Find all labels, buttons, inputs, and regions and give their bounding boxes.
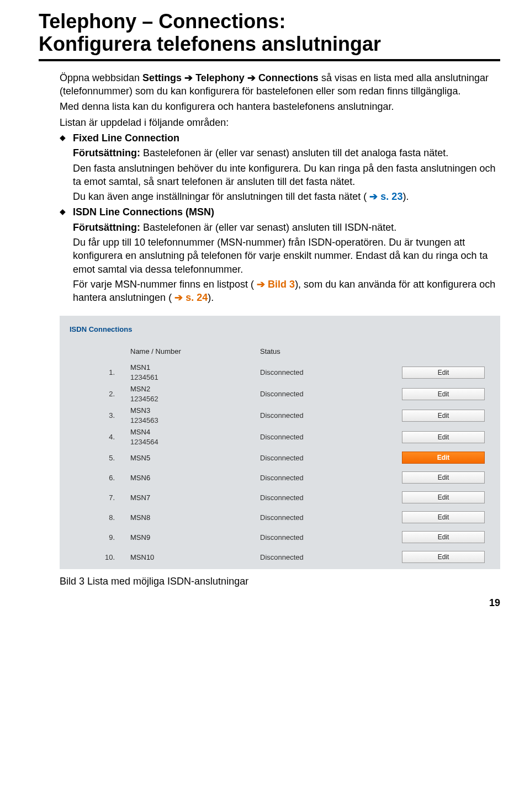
table-row: 5.MSN5DisconnectedEdit xyxy=(70,448,490,468)
isdn-connections-panel: ISDN Connections Name / Number Status 1.… xyxy=(60,316,500,570)
edit-button[interactable]: Edit xyxy=(402,367,485,379)
row-index: 1. xyxy=(70,368,130,378)
precondition-text: Bastelefonen är (eller var senast) anslu… xyxy=(140,222,396,233)
bullet-ref-line: Du kan även ange inställningar för anslu… xyxy=(73,190,500,203)
row-action: Edit xyxy=(402,471,490,484)
row-status: Disconnected xyxy=(260,473,402,483)
table-row: 2.MSN21234562DisconnectedEdit xyxy=(70,383,490,405)
row-action: Edit xyxy=(402,388,490,400)
edit-button[interactable]: Edit xyxy=(402,491,485,503)
row-status: Disconnected xyxy=(260,453,402,463)
bullet-ref-line: För varje MSN-nummer finns en listpost (… xyxy=(73,278,500,305)
msn-number: 1234562 xyxy=(130,394,260,404)
row-action: Edit xyxy=(402,551,490,563)
bullet-precondition: Förutsättning: Bastelefonen är (eller va… xyxy=(73,221,500,234)
row-status: Disconnected xyxy=(260,389,402,399)
row-index: 5. xyxy=(70,453,130,463)
row-index: 3. xyxy=(70,411,130,421)
row-name: MSN21234562 xyxy=(130,384,260,404)
table-row: 6.MSN6DisconnectedEdit xyxy=(70,468,490,487)
text-fragment: ). xyxy=(208,292,214,303)
figure-ref[interactable]: Bild 3 xyxy=(268,279,295,290)
msn-name: MSN2 xyxy=(130,384,260,394)
bullet-title: Fixed Line Connection xyxy=(73,131,500,145)
precondition-text: Bastelefonen är (eller var senast) anslu… xyxy=(140,147,448,158)
intro-p2: Med denna lista kan du konfigurera och h… xyxy=(60,100,500,113)
edit-button[interactable]: Edit xyxy=(402,388,485,400)
table-row: 7.MSN7DisconnectedEdit xyxy=(70,487,490,507)
table-row: 1.MSN11234561DisconnectedEdit xyxy=(70,362,490,383)
col-status-header: Status xyxy=(260,347,402,357)
table-row: 10.MSN10DisconnectedEdit xyxy=(70,547,490,567)
page-ref[interactable]: s. 24 xyxy=(186,292,208,303)
msn-name: MSN7 xyxy=(130,493,260,503)
edit-button[interactable]: Edit xyxy=(402,410,485,422)
row-index: 4. xyxy=(70,432,130,442)
msn-name: MSN4 xyxy=(130,427,260,437)
edit-button[interactable]: Edit xyxy=(402,471,485,484)
row-index: 6. xyxy=(70,473,130,483)
row-name: MSN41234564 xyxy=(130,427,260,447)
intro-p3: Listan är uppdelad i följande områden: xyxy=(60,116,500,129)
msn-number: 1234564 xyxy=(130,437,260,447)
row-name: MSN8 xyxy=(130,513,260,523)
msn-name: MSN10 xyxy=(130,553,260,562)
row-status: Disconnected xyxy=(260,533,402,543)
msn-name: MSN6 xyxy=(130,473,260,483)
figure-caption: Bild 3 Lista med möjliga ISDN-anslutning… xyxy=(60,575,500,588)
msn-name: MSN5 xyxy=(130,453,260,463)
table-row: 8.MSN8DisconnectedEdit xyxy=(70,507,490,527)
row-index: 2. xyxy=(70,389,130,399)
table-row: 3.MSN31234563DisconnectedEdit xyxy=(70,405,490,426)
page-ref[interactable]: s. 23 xyxy=(380,191,402,202)
table-row: 9.MSN9DisconnectedEdit xyxy=(70,527,490,547)
table-header-row: Name / Number Status xyxy=(70,342,490,362)
row-status: Disconnected xyxy=(260,513,402,523)
table-row: 4.MSN41234564DisconnectedEdit xyxy=(70,426,490,448)
row-status: Disconnected xyxy=(260,411,402,421)
page-title: Telephony – Connections: Konfigurera tel… xyxy=(39,10,500,56)
path-telephony: Telephony xyxy=(195,72,245,83)
row-status: Disconnected xyxy=(260,432,402,442)
msn-name: MSN8 xyxy=(130,513,260,523)
row-index: 10. xyxy=(70,553,130,562)
row-action: Edit xyxy=(402,531,490,543)
edit-button[interactable]: Edit xyxy=(402,531,485,543)
panel-title: ISDN Connections xyxy=(70,325,490,335)
arrow-icon: ➔ xyxy=(184,72,193,83)
row-action: Edit xyxy=(402,491,490,503)
edit-button[interactable]: Edit xyxy=(402,551,485,563)
path-settings: Settings xyxy=(142,72,182,83)
arrow-icon: ➔ xyxy=(257,279,265,290)
row-status: Disconnected xyxy=(260,553,402,562)
intro-p1: Öppna webbsidan Settings ➔ Telephony ➔ C… xyxy=(60,71,500,98)
row-name: MSN10 xyxy=(130,553,260,562)
intro-text: Öppna webbsidan xyxy=(60,72,142,83)
row-action: Edit xyxy=(402,431,490,443)
row-action: Edit xyxy=(402,511,490,523)
path-connections: Connections xyxy=(258,72,319,83)
edit-button[interactable]: Edit xyxy=(402,511,485,523)
row-status: Disconnected xyxy=(260,493,402,503)
row-index: 7. xyxy=(70,493,130,503)
bullet-body: Den fasta anslutningen behöver du inte k… xyxy=(73,162,500,189)
precondition-label: Förutsättning: xyxy=(73,222,140,233)
edit-button[interactable]: Edit xyxy=(402,452,485,464)
heading-line-1: Telephony – Connections: xyxy=(39,10,285,33)
row-name: MSN11234561 xyxy=(130,363,260,382)
bullet-body: Du får upp till 10 telefonnummer (MSN-nu… xyxy=(73,236,500,276)
row-name: MSN9 xyxy=(130,533,260,543)
bullet-precondition: Förutsättning: Bastelefonen är (eller va… xyxy=(73,146,500,160)
row-name: MSN7 xyxy=(130,493,260,503)
row-name: MSN5 xyxy=(130,453,260,463)
row-name: MSN31234563 xyxy=(130,406,260,425)
row-action: Edit xyxy=(402,452,490,464)
msn-name: MSN3 xyxy=(130,406,260,416)
row-action: Edit xyxy=(402,367,490,379)
row-name: MSN6 xyxy=(130,473,260,483)
bullet-title: ISDN Line Connections (MSN) xyxy=(73,205,500,219)
heading-line-2: Konfigurera telefonens anslutningar xyxy=(39,33,381,55)
text-fragment: ). xyxy=(402,191,409,202)
edit-button[interactable]: Edit xyxy=(402,431,485,443)
arrow-icon: ➔ xyxy=(247,72,256,83)
